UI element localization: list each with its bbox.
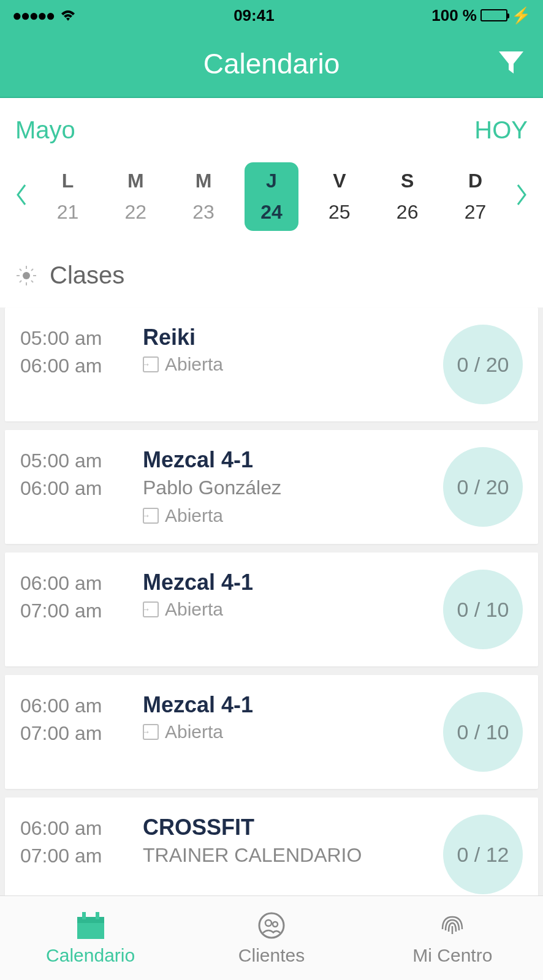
tab-center-label: Mi Centro (412, 945, 492, 966)
class-status: Abierta (143, 722, 443, 742)
class-count-badge: 0 / 10 (443, 692, 523, 772)
class-name: CROSSFIT (143, 815, 443, 840)
month-row: Mayo HOY (0, 98, 543, 156)
enter-icon (143, 508, 159, 524)
app-header: Calendario (0, 31, 543, 98)
svg-point-13 (259, 913, 284, 938)
class-card[interactable]: 06:00 am07:00 amCROSSFITTRAINER CALENDAR… (5, 797, 538, 895)
today-button[interactable]: HOY (474, 116, 528, 144)
day-21[interactable]: L21 (40, 162, 94, 231)
class-card[interactable]: 06:00 am07:00 amMezcal 4-1Abierta0 / 10 (5, 552, 538, 666)
enter-icon (143, 724, 159, 740)
section-header: Clases (0, 249, 543, 307)
svg-rect-12 (96, 912, 99, 919)
signal-dots-icon: ●●●●● (12, 6, 55, 25)
prev-week-button[interactable] (9, 181, 34, 212)
month-picker[interactable]: Mayo (15, 116, 75, 144)
tab-bar: Calendario Clientes Mi Centro (0, 895, 543, 980)
tab-center[interactable]: Mi Centro (362, 896, 543, 980)
class-card[interactable]: 06:00 am07:00 amMezcal 4-1Abierta0 / 10 (5, 675, 538, 789)
class-status: Abierta (143, 354, 443, 375)
class-end: 06:00 am (20, 352, 137, 380)
class-name: Mezcal 4-1 (143, 692, 443, 718)
class-name: Mezcal 4-1 (143, 447, 443, 473)
classes-list: 05:00 am06:00 amReikiAbierta0 / 2005:00 … (0, 307, 543, 895)
status-text: Abierta (165, 354, 223, 375)
tab-calendar[interactable]: Calendario (0, 896, 181, 980)
tab-calendar-label: Calendario (46, 945, 135, 966)
day-letter: V (333, 170, 346, 192)
class-info: ReikiAbierta (137, 325, 443, 375)
class-start: 05:00 am (20, 325, 137, 352)
svg-rect-10 (77, 917, 104, 923)
day-22[interactable]: M22 (108, 162, 162, 231)
class-start: 06:00 am (20, 692, 137, 720)
day-letter: L (62, 170, 74, 192)
class-time: 06:00 am07:00 am (20, 692, 137, 747)
page-title: Calendario (203, 47, 340, 80)
class-status: Abierta (143, 599, 443, 620)
class-end: 06:00 am (20, 475, 137, 502)
next-week-button[interactable] (509, 181, 534, 212)
week-row: L21M22M23J24V25S26D27 (0, 156, 543, 249)
section-label: Clases (50, 262, 124, 289)
class-time: 05:00 am06:00 am (20, 325, 137, 380)
class-count-badge: 0 / 20 (443, 447, 523, 527)
svg-line-8 (31, 269, 33, 271)
day-number: 25 (328, 201, 351, 224)
class-card[interactable]: 05:00 am06:00 amReikiAbierta0 / 20 (5, 307, 538, 421)
tab-clients-label: Clientes (238, 945, 305, 966)
sun-icon (15, 265, 37, 287)
status-text: Abierta (165, 722, 223, 742)
class-count-badge: 0 / 12 (443, 815, 523, 894)
class-end: 07:00 am (20, 720, 137, 747)
day-letter: D (468, 170, 482, 192)
enter-icon (143, 356, 159, 372)
day-letter: M (127, 170, 144, 192)
status-text: Abierta (165, 599, 223, 620)
battery-icon (480, 9, 507, 21)
class-end: 07:00 am (20, 842, 137, 870)
class-start: 06:00 am (20, 570, 137, 597)
svg-rect-11 (82, 912, 86, 919)
day-number: 23 (192, 201, 215, 224)
fingerprint-icon (435, 911, 469, 940)
class-end: 07:00 am (20, 597, 137, 625)
class-info: CROSSFITTRAINER CALENDARIO (137, 815, 443, 873)
battery-percent: 100 % (431, 6, 477, 25)
class-time: 06:00 am07:00 am (20, 815, 137, 870)
day-27[interactable]: D27 (448, 162, 502, 231)
class-info: Mezcal 4-1Abierta (137, 692, 443, 742)
people-icon (254, 911, 289, 940)
class-info: Mezcal 4-1Pablo GonzálezAbierta (137, 447, 443, 526)
day-number: 24 (260, 201, 283, 224)
class-instructor: Pablo González (143, 477, 443, 499)
svg-point-0 (23, 272, 30, 279)
wifi-icon (59, 9, 77, 22)
charging-icon: ⚡ (511, 6, 531, 25)
day-number: 22 (124, 201, 146, 224)
filter-button[interactable] (498, 50, 525, 77)
class-start: 05:00 am (20, 447, 137, 475)
class-instructor: TRAINER CALENDARIO (143, 844, 443, 867)
day-24[interactable]: J24 (245, 162, 298, 231)
class-count-badge: 0 / 20 (443, 325, 523, 404)
class-card[interactable]: 05:00 am06:00 amMezcal 4-1Pablo González… (5, 430, 538, 544)
tab-clients[interactable]: Clientes (181, 896, 362, 980)
chevron-right-icon (515, 184, 528, 206)
svg-line-5 (20, 269, 21, 271)
day-23[interactable]: M23 (177, 162, 230, 231)
day-number: 27 (465, 201, 487, 224)
svg-line-7 (20, 281, 21, 282)
status-text: Abierta (165, 505, 223, 526)
class-count-badge: 0 / 10 (443, 570, 523, 649)
class-name: Reiki (143, 325, 443, 350)
status-time: 09:41 (234, 6, 275, 25)
enter-icon (143, 601, 159, 617)
day-25[interactable]: V25 (313, 162, 366, 231)
day-26[interactable]: S26 (381, 162, 435, 231)
day-letter: S (401, 170, 414, 192)
chevron-left-icon (15, 184, 28, 206)
class-time: 05:00 am06:00 am (20, 447, 137, 502)
class-info: Mezcal 4-1Abierta (137, 570, 443, 620)
